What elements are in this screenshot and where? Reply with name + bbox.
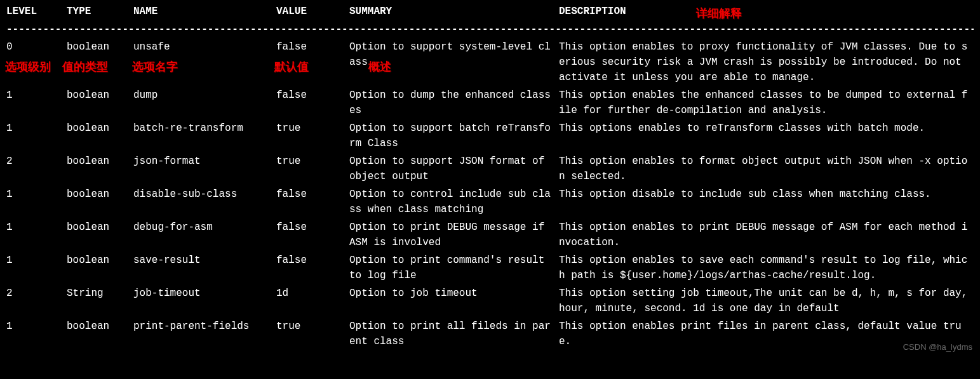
cell-summary: Option to print command's result to log … (349, 253, 559, 286)
cell-name: job-timeout (133, 286, 276, 319)
cell-level: 0 (6, 39, 67, 88)
cell-description: This options enables to reTransform clas… (559, 121, 974, 154)
cell-type: boolean (67, 154, 133, 187)
cell-level: 2 (6, 154, 67, 187)
cell-type: boolean (67, 253, 133, 286)
table-row: 1booleansave-resultfalseOption to print … (6, 253, 974, 286)
col-header-name: NAME (133, 4, 276, 22)
cell-summary: Option to print all fileds in parent cla… (349, 319, 559, 352)
options-table: LEVEL TYPE NAME VALUE SUMMARY DESCRIPTIO… (6, 4, 974, 22)
cell-summary: Option to dump the enhanced classes (349, 88, 559, 121)
cell-type: String (67, 286, 133, 319)
cell-summary: Option to support JSON format of object … (349, 154, 559, 187)
table-header-row: LEVEL TYPE NAME VALUE SUMMARY DESCRIPTIO… (6, 4, 974, 22)
cell-description: This option setting job timeout,The unit… (559, 286, 974, 319)
cell-summary: Option to print DEBUG message if ASM is … (349, 220, 559, 253)
cell-name: print-parent-fields (133, 319, 276, 352)
cell-name: batch-re-transform (133, 121, 276, 154)
cell-level: 1 (6, 187, 67, 220)
col-header-value: VALUE (276, 4, 349, 22)
table-row: 1booleandebug-for-asmfalseOption to prin… (6, 220, 974, 253)
cell-description: This option enables to save each command… (559, 253, 974, 286)
cell-description: This option enables the enhanced classes… (559, 88, 974, 121)
cell-name: dump (133, 88, 276, 121)
cell-description: This option enables to format object out… (559, 154, 974, 187)
table-row: 1booleandisable-sub-classfalseOption to … (6, 187, 974, 220)
cell-value: 1d (276, 286, 349, 319)
col-header-summary: SUMMARY (349, 4, 559, 22)
cell-type: boolean (67, 220, 133, 253)
cell-value: false (276, 39, 349, 88)
col-header-level: LEVEL (6, 4, 67, 22)
cell-level: 1 (6, 319, 67, 352)
cell-summary: Option to support batch reTransform Clas… (349, 121, 559, 154)
table-row: 1booleandumpfalseOption to dump the enha… (6, 88, 974, 121)
cell-value: true (276, 319, 349, 352)
cell-description: This option enables to print DEBUG messa… (559, 220, 974, 253)
table-row: 2booleanjson-formattrueOption to support… (6, 154, 974, 187)
cell-level: 2 (6, 286, 67, 319)
cell-description: This option enables to proxy functionali… (559, 39, 974, 88)
table-row: 1booleanbatch-re-transformtrueOption to … (6, 121, 974, 154)
cell-name: disable-sub-class (133, 187, 276, 220)
cell-level: 1 (6, 121, 67, 154)
cell-value: false (276, 88, 349, 121)
cell-description: This option disable to include sub class… (559, 187, 974, 220)
col-header-description: DESCRIPTION (559, 4, 974, 22)
options-table-body: 0booleanunsafefalseOption to support sys… (6, 39, 974, 352)
cell-value: false (276, 187, 349, 220)
cell-name: json-format (133, 154, 276, 187)
cell-type: boolean (67, 88, 133, 121)
cell-value: false (276, 253, 349, 286)
cell-level: 1 (6, 253, 67, 286)
cell-name: debug-for-asm (133, 220, 276, 253)
cell-name: unsafe (133, 39, 276, 88)
cell-type: boolean (67, 319, 133, 352)
table-row: 1booleanprint-parent-fieldstrueOption to… (6, 319, 974, 352)
cell-level: 1 (6, 88, 67, 121)
cell-level: 1 (6, 220, 67, 253)
cell-type: boolean (67, 187, 133, 220)
cell-value: true (276, 121, 349, 154)
table-row: 0booleanunsafefalseOption to support sys… (6, 39, 974, 88)
cell-summary: Option to job timeout (349, 286, 559, 319)
cell-value: true (276, 154, 349, 187)
cell-summary: Option to control include sub class when… (349, 187, 559, 220)
cell-type: boolean (67, 121, 133, 154)
col-header-type: TYPE (67, 4, 133, 22)
divider-dashes: ----------------------------------------… (6, 22, 974, 39)
cell-value: false (276, 220, 349, 253)
cell-summary: Option to support system-level class (349, 39, 559, 88)
cell-name: save-result (133, 253, 276, 286)
cell-description: This option enables print files in paren… (559, 319, 974, 352)
cell-type: boolean (67, 39, 133, 88)
table-row: 2Stringjob-timeout1dOption to job timeou… (6, 286, 974, 319)
